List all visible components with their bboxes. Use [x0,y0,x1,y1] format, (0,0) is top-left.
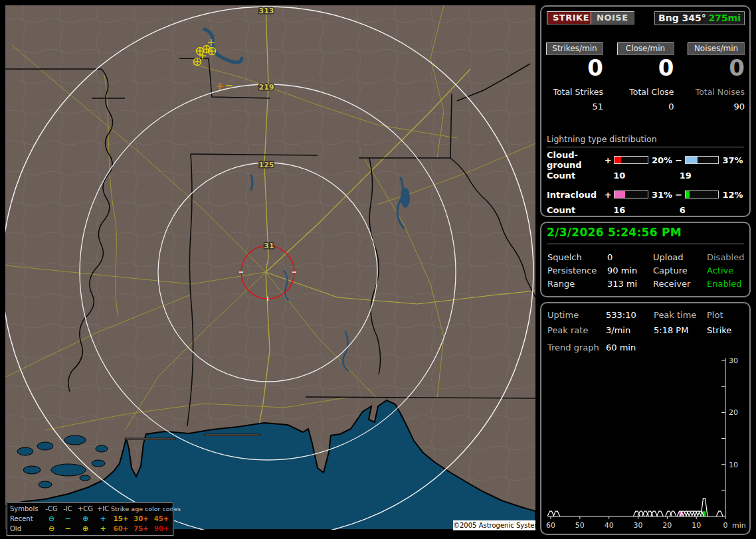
cg-negative-bar [685,156,719,164]
receiver-label: Receiver [653,279,707,289]
settings-row: Squelch 0 Upload Disabled [547,250,745,264]
distribution-title: Lightning type distribution [547,134,744,147]
strikes-per-min-button[interactable]: Strikes/min [546,42,603,55]
settings-row: Range 313 mi Receiver Enabled [547,277,745,290]
circled-plus-icon: ⊕ [76,525,95,532]
legend-col-pos-cg: +CG [76,505,95,512]
strikes-column: Strikes/min 0 Total Strikes 51 [546,42,603,112]
peak-rate-label: Peak rate [547,325,606,335]
close-column: Close/min 0 Total Close 0 [617,42,674,112]
copyright-notice: ©2005 Astrogenic Systems [453,520,535,530]
ring-label-219: 219 [259,83,274,92]
squelch-value: 0 [607,252,653,262]
close-per-min-value: 0 [617,55,674,80]
stats-row: Uptime 533:10 Peak time Plot [547,307,745,323]
minus-icon: − [60,525,76,532]
noises-column: Noises/min 0 Total Noises 90 [688,42,745,112]
settings-grid: Squelch 0 Upload Disabled Persistence 90… [547,250,745,290]
strike-circle-plus [194,58,201,66]
total-strikes-label: Total Strikes [546,87,603,97]
receiver-status: Enabled [707,279,742,289]
noises-per-min-button[interactable]: Noises/min [688,42,745,55]
age-75: 75+ [131,525,151,532]
svg-text:10: 10 [729,461,738,469]
age-30: 30+ [131,515,151,522]
age-15: 15+ [111,515,131,522]
stats-grid: Uptime 533:10 Peak time Plot Peak rate 3… [547,307,745,338]
legend-age-header: Strike age color codes [111,505,171,512]
cg-positive-count: 10 [613,171,679,183]
cloud-ground-count-row: Count 10 19 [547,171,745,183]
intracloud-label: Intracloud [547,190,604,200]
svg-text:50: 50 [575,521,585,530]
count-label: Count [547,171,613,183]
lake [401,188,410,208]
persistence-value: 90 min [607,266,653,275]
svg-text:60: 60 [546,521,555,530]
intracloud-count-row: Count 16 6 [547,205,745,217]
svg-text:30: 30 [634,521,643,530]
app-window: { "header": { "strike_button": "STRIKE",… [0,0,756,539]
total-strikes-value: 51 [546,102,603,112]
map-canvas: 313 219 125 31 [5,5,535,530]
cloud-ground-label: Cloud-ground [547,150,604,170]
trend-panel: Uptime 533:10 Peak time Plot Peak rate 3… [540,302,751,535]
noises-per-min-value: 0 [688,55,745,80]
cg-negative-count: 19 [680,171,745,183]
map-legend: Symbols -CG -IC +CG +IC Strike age color… [7,502,173,536]
lightning-map[interactable]: 313 219 125 31 Symbols -CG -IC +CG +IC S… [5,5,535,530]
cg-positive-bar [614,156,648,164]
age-90: 90+ [151,525,171,532]
plus-sign: + [604,155,612,165]
svg-text:30: 30 [729,356,738,365]
svg-text:0: 0 [723,521,728,530]
settings-row: Persistence 90 min Capture Active [547,264,745,277]
status-panel: 2/3/2026 5:24:56 PM Squelch 0 Upload Dis… [540,222,751,297]
ic-positive-pct: 31% [650,190,675,200]
noise-toggle-button[interactable]: NOISE [591,11,634,25]
circled-plus-icon: ⊕ [76,515,95,522]
close-per-min-button[interactable]: Close/min [617,42,674,55]
strikes-per-min-value: 0 [546,55,603,80]
stats-row: Peak rate 3/min 5:18 PM Strike [547,323,745,338]
svg-text:40: 40 [605,521,614,530]
datetime-display: 2/3/2026 5:24:56 PM [547,226,744,244]
plus-icon: + [95,515,111,522]
upload-status: Disabled [707,252,744,262]
svg-text:10: 10 [692,521,701,530]
plus-sign: + [604,190,612,200]
strike-circle-plus [209,48,216,55]
range-value: 313 mi [607,279,653,289]
cg-positive-pct: 20% [650,155,675,165]
persistence-label: Persistence [547,266,607,275]
ic-negative-bar [685,191,719,198]
minus-icon: − [60,515,76,522]
legend-row-old-label: Old [10,525,43,532]
bearing-readout: Bng 345° 275mi [654,11,745,25]
minus-sign: − [675,190,683,200]
intracloud-row: Intracloud + 31% − 12% [547,188,745,201]
peak-rate-value: 3/min [606,325,654,335]
total-noises-value: 90 [688,102,745,112]
circled-minus-icon: ⊖ [43,515,60,522]
ring-label-313: 313 [259,7,274,15]
total-noises-label: Total Noises [688,87,745,97]
circled-minus-icon: ⊖ [43,525,60,532]
trend-graph-window: 60 min [606,343,636,356]
plot-label: Plot [707,310,723,320]
legend-col-neg-ic: -IC [60,505,76,512]
legend-row-recent-label: Recent [10,515,43,522]
cloud-ground-row: Cloud-ground + 20% − 37% [547,153,745,167]
uptime-label: Uptime [547,310,606,320]
svg-text:min: min [732,521,746,530]
ring-label-31: 31 [264,242,274,250]
count-label: Count [547,205,613,217]
strike-toggle-button[interactable]: STRIKE [547,11,595,25]
capture-status: Active [707,266,733,275]
strike-counter-panel: STRIKE NOISE Bng 345° 275mi Strikes/min … [540,5,751,217]
capture-label: Capture [653,266,707,275]
trend-graph: 1020306050403020100min [541,355,749,531]
plus-icon: + [95,525,111,532]
svg-text:20: 20 [729,408,738,417]
age-45: 45+ [151,515,171,522]
